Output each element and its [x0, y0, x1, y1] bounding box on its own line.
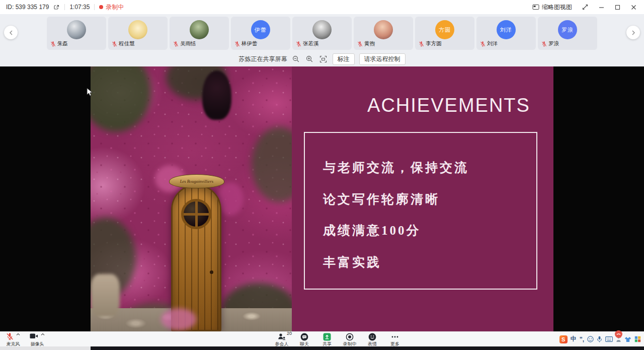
fullscreen-button[interactable]	[578, 0, 593, 14]
request-remote-control-button[interactable]: 请求远程控制	[359, 53, 406, 65]
thumbnail-view-button[interactable]: 缩略图视图	[528, 0, 577, 14]
more-dots-icon	[391, 335, 399, 338]
participants-button[interactable]: 20 参会人	[274, 333, 290, 346]
more-button[interactable]: 更多	[387, 333, 403, 346]
maximize-button[interactable]	[610, 0, 625, 14]
participants-icon	[278, 333, 286, 340]
slide-photo-bougainvillea-door: Les Bougainvilliers	[91, 66, 292, 331]
ime-voice-icon[interactable]	[597, 336, 602, 342]
close-button[interactable]	[626, 0, 641, 14]
mic-button[interactable]: 麦克风	[5, 333, 21, 346]
strip-scroll-left-button[interactable]	[4, 26, 18, 39]
ime-emoji-icon[interactable]	[587, 336, 594, 342]
thumbnail-view-label: 缩略图视图	[542, 3, 572, 12]
camera-options-caret-icon[interactable]	[41, 333, 45, 336]
chat-button[interactable]: 聊天	[296, 333, 312, 346]
mic-muted-icon	[173, 41, 179, 47]
expand-icon	[582, 4, 588, 10]
mic-label: 麦克风	[7, 342, 20, 346]
participant-name: 朱磊	[57, 40, 68, 47]
share-screen-button[interactable]: 共享	[319, 333, 335, 346]
zoom-in-icon[interactable]	[305, 55, 314, 64]
participant-name: 刘洋	[487, 40, 498, 47]
ime-tray: S 中 ”,	[559, 335, 641, 343]
slide-bullet: 成绩满意100分	[323, 222, 532, 239]
record-icon	[346, 333, 354, 341]
participant-tile[interactable]: 朱磊	[47, 17, 106, 50]
ime-skin-icon[interactable]	[624, 336, 631, 342]
participant-cards: 朱磊 程佳慧 吴雨恬 伊蕾 林伊蕾	[47, 17, 597, 50]
minimize-icon	[599, 5, 604, 10]
avatar	[374, 20, 393, 39]
mic-muted-icon	[357, 41, 363, 47]
participant-tile[interactable]: 吴雨恬	[170, 17, 229, 50]
avatar: 罗浪	[558, 20, 577, 39]
taskbar-dark-segment	[91, 346, 644, 350]
chat-label: 聊天	[300, 342, 309, 346]
avatar-initials: 罗浪	[561, 26, 574, 34]
participant-name: 黄煦	[364, 40, 375, 47]
participant-tile[interactable]: 刘洋 刘洋	[476, 17, 536, 50]
participant-tile[interactable]: 张若溪	[292, 17, 352, 50]
door-handle	[210, 270, 213, 274]
avatar	[128, 20, 147, 39]
avatar: 刘洋	[497, 20, 516, 39]
stone-wall	[91, 274, 120, 317]
slide-bullet: 与老师交流，保持交流	[323, 159, 532, 176]
mic-muted-icon	[234, 41, 240, 47]
mic-muted-icon	[112, 41, 117, 47]
participant-tile[interactable]: 罗浪 罗浪	[538, 17, 597, 50]
participant-tile[interactable]: 伊蕾 林伊蕾	[231, 17, 290, 50]
more-label: 更多	[390, 342, 399, 346]
mic-options-caret-icon[interactable]	[16, 333, 20, 336]
participant-tile[interactable]: 程佳慧	[108, 17, 168, 50]
camera-button[interactable]: 摄像头	[29, 333, 45, 346]
avatar-initials: 刘洋	[500, 26, 512, 34]
smiley-icon	[368, 333, 376, 341]
ime-punctuation-toggle[interactable]: ”,	[580, 336, 584, 343]
minimize-button[interactable]	[594, 0, 609, 14]
recording-button[interactable]: 录制中	[342, 333, 358, 346]
camera-icon	[30, 333, 38, 339]
chat-icon	[300, 333, 308, 341]
wooden-door: Les Bougainvilliers	[167, 174, 225, 331]
call-notification-badge[interactable]	[615, 330, 622, 338]
share-screen-label: 共享	[323, 342, 332, 346]
camera-label: 摄像头	[31, 342, 44, 346]
divider	[94, 4, 95, 10]
presentation-slide: Les Bougainvilliers ACHIEVEMENTS 与老师交流，保…	[91, 66, 553, 331]
annotate-button[interactable]: 标注	[333, 53, 355, 65]
participant-name: 罗浪	[548, 40, 559, 47]
fit-to-window-icon[interactable]	[319, 55, 328, 64]
reactions-label: 表情	[368, 342, 377, 346]
dark-archway	[202, 71, 231, 120]
ime-mode-toggle[interactable]: 中	[571, 335, 577, 343]
zoom-out-icon[interactable]	[292, 55, 301, 64]
ime-keyboard-icon[interactable]	[605, 336, 613, 342]
recording-dot-icon	[99, 5, 103, 9]
avatar	[67, 20, 86, 39]
meeting-toolbar: 麦克风 摄像头 20 参会人	[0, 331, 644, 347]
participant-tile[interactable]: 黄煦	[354, 17, 413, 50]
ime-grid-icon[interactable]	[634, 336, 641, 342]
recording-label: 录制中	[106, 3, 124, 12]
reactions-button[interactable]: 表情	[364, 333, 380, 346]
avatar: 方圆	[435, 20, 454, 39]
mic-muted-icon	[419, 41, 424, 47]
shared-screen-stage: Les Bougainvilliers ACHIEVEMENTS 与老师交流，保…	[0, 66, 644, 331]
participants-label: 参会人	[275, 342, 289, 346]
maximize-icon	[615, 5, 620, 10]
participant-name: 林伊蕾	[242, 40, 258, 47]
screen-share-bar: 苏炼正在共享屏幕 标注 请求远程控制	[0, 52, 644, 66]
strip-scroll-right-button[interactable]	[626, 26, 640, 39]
mic-muted-icon	[6, 333, 14, 340]
participant-tile[interactable]: 方圆 李方圆	[415, 17, 474, 50]
slide-bullet: 丰富实践	[323, 254, 532, 270]
round-door-window	[181, 199, 211, 229]
mic-muted-icon	[541, 41, 547, 47]
sogou-logo-icon[interactable]: S	[559, 335, 568, 343]
share-screen-icon	[323, 333, 331, 341]
copy-meeting-link-icon[interactable]	[53, 4, 60, 11]
slide-text-panel: ACHIEVEMENTS 与老师交流，保持交流 论文写作轮廓清晰 成绩满意100…	[292, 66, 553, 331]
recording-status: 录制中	[99, 3, 124, 12]
